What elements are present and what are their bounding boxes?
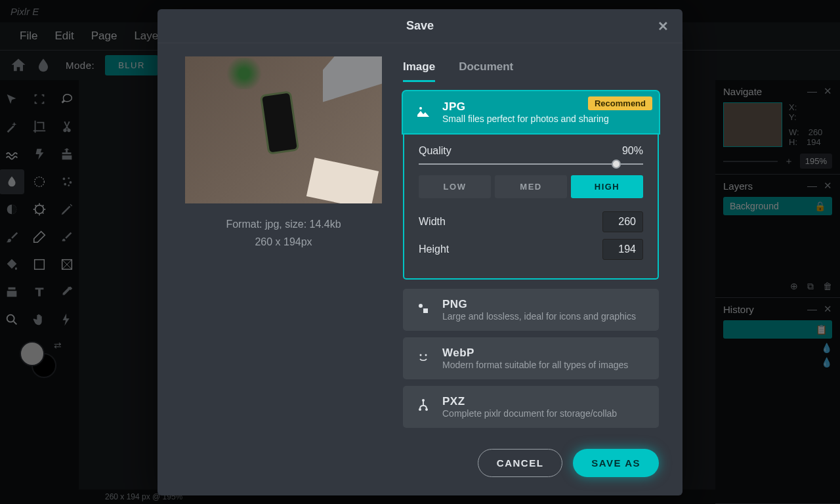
preview-image	[185, 56, 382, 203]
preview-dims-line: 260 x 194px	[185, 233, 382, 251]
cancel-button[interactable]: CANCEL	[478, 449, 563, 477]
jpg-options: Quality 90% LOW MED HIGH Width Height	[403, 133, 659, 280]
save-modal: Save ✕ Format: jpg, size: 14.4kb 260 x 1…	[158, 9, 682, 495]
format-png-desc: Large and lossless, ideal for icons and …	[442, 311, 647, 322]
svg-point-14	[420, 354, 422, 356]
svg-point-18	[425, 408, 428, 411]
format-pxz-title: PXZ	[442, 395, 647, 408]
format-pxz[interactable]: PXZ Complete pixlr document for storage/…	[403, 386, 659, 428]
svg-point-15	[425, 354, 427, 356]
width-input[interactable]	[602, 211, 643, 232]
format-webp-desc: Modern format suitable for all types of …	[442, 360, 647, 370]
image-icon	[415, 103, 432, 121]
quality-low[interactable]: LOW	[419, 175, 491, 198]
quality-value: 90%	[622, 145, 643, 157]
format-png-title: PNG	[442, 298, 647, 311]
shapes-icon	[415, 301, 432, 318]
quality-label: Quality	[419, 145, 452, 157]
format-jpg[interactable]: Recommend JPG Small files perfect for ph…	[403, 91, 659, 133]
modal-backdrop: Save ✕ Format: jpg, size: 14.4kb 260 x 1…	[0, 0, 840, 504]
quality-high[interactable]: HIGH	[571, 175, 643, 198]
format-jpg-desc: Small files perfect for photos and shari…	[442, 114, 647, 124]
tab-image[interactable]: Image	[403, 56, 435, 82]
format-webp-title: WebP	[442, 346, 647, 360]
face-icon	[415, 349, 432, 367]
preview-info: Format: jpg, size: 14.4kb 260 x 194px	[185, 215, 382, 251]
preview-format-line: Format: jpg, size: 14.4kb	[185, 215, 382, 233]
svg-point-12	[419, 304, 423, 308]
format-png[interactable]: PNG Large and lossless, ideal for icons …	[403, 289, 659, 331]
branch-icon	[415, 398, 432, 415]
svg-rect-13	[423, 308, 428, 313]
height-label: Height	[419, 243, 449, 255]
height-input[interactable]	[602, 239, 643, 260]
recommend-badge: Recommend	[588, 96, 652, 110]
quality-slider[interactable]	[419, 163, 643, 165]
tab-document[interactable]: Document	[459, 56, 513, 82]
width-label: Width	[419, 216, 446, 228]
format-webp[interactable]: WebP Modern format suitable for all type…	[403, 337, 659, 379]
close-icon[interactable]: ✕	[654, 17, 672, 35]
svg-point-17	[419, 408, 421, 411]
svg-point-16	[422, 399, 425, 402]
save-as-button[interactable]: SAVE AS	[573, 449, 659, 477]
quality-med[interactable]: MED	[495, 175, 567, 198]
modal-title: Save	[406, 19, 434, 33]
svg-point-11	[419, 107, 422, 110]
format-pxz-desc: Complete pixlr document for storage/coll…	[442, 408, 647, 419]
